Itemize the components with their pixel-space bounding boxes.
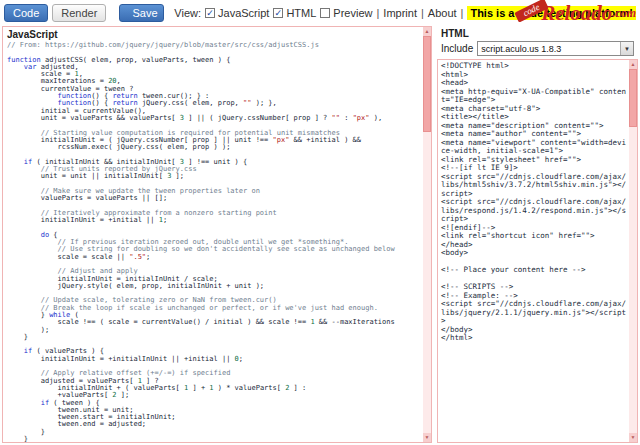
js-scrollbar[interactable]: ▲ ▼ xyxy=(423,27,431,442)
scroll-down-icon[interactable]: ▼ xyxy=(629,433,637,442)
html-panel-title: HTML xyxy=(437,26,638,40)
checkbox-javascript-label: JavaScript xyxy=(218,7,269,19)
include-row: Include script.aculo.us 1.8.3 ▼ xyxy=(437,40,638,59)
view-checkbox-javascript[interactable]: ✓ JavaScript xyxy=(205,7,269,19)
include-select[interactable]: script.aculo.us 1.8.3 ▼ xyxy=(477,41,634,56)
view-label: View: xyxy=(174,7,201,19)
render-button[interactable]: Render xyxy=(52,4,106,22)
content: JavaScript // From: https://github.com/j… xyxy=(0,26,640,445)
javascript-panel: JavaScript // From: https://github.com/j… xyxy=(2,26,432,443)
logo[interactable]: code Reloado.com xyxy=(515,0,636,26)
checkbox-html-label: HTML xyxy=(286,7,316,19)
toolbar: Code Render Save ▼ View: ✓ JavaScript ✓ … xyxy=(0,0,640,26)
checkbox-javascript-icon[interactable]: ✓ xyxy=(205,8,215,18)
about-link[interactable]: About xyxy=(428,7,457,19)
logo-name: Reloado xyxy=(541,1,612,26)
app-root: Code Render Save ▼ View: ✓ JavaScript ✓ … xyxy=(0,0,640,445)
view-checkbox-html[interactable]: ✓ HTML xyxy=(273,7,316,19)
html-scrollbar[interactable]: ▲ ▼ xyxy=(629,60,637,442)
imprint-link[interactable]: Imprint xyxy=(383,7,417,19)
separator: | xyxy=(376,7,379,19)
scroll-up-icon[interactable]: ▲ xyxy=(423,27,431,36)
select-arrow-icon: ▼ xyxy=(620,42,633,55)
html-scrollbar-thumb[interactable] xyxy=(629,69,637,127)
separator: | xyxy=(461,7,464,19)
html-panel: HTML Include script.aculo.us 1.8.3 ▼ <!D… xyxy=(437,26,638,443)
code-button[interactable]: Code xyxy=(4,4,48,22)
scroll-up-icon[interactable]: ▲ xyxy=(629,60,637,69)
include-select-value: script.aculo.us 1.8.3 xyxy=(481,44,561,54)
js-scrollbar-track[interactable] xyxy=(423,36,431,433)
html-scrollbar-track[interactable] xyxy=(629,69,637,433)
separator: | xyxy=(421,7,424,19)
js-code-editor[interactable]: // From: https://github.com/jquery/jquer… xyxy=(3,41,422,442)
save-button[interactable]: Save xyxy=(120,5,164,21)
save-split-button[interactable]: Save ▼ xyxy=(119,4,164,22)
html-code-editor[interactable]: <!DOCTYPE html><html><head><meta http-eq… xyxy=(438,60,628,442)
js-scrollbar-thumb[interactable] xyxy=(423,36,431,132)
scroll-down-icon[interactable]: ▼ xyxy=(423,433,431,442)
view-checkbox-preview[interactable]: Preview xyxy=(320,7,372,19)
checkbox-html-icon[interactable]: ✓ xyxy=(273,8,283,18)
javascript-panel-title: JavaScript xyxy=(3,27,431,41)
html-code-panel: <!DOCTYPE html><html><head><meta http-eq… xyxy=(437,59,638,443)
checkbox-preview-label: Preview xyxy=(333,7,372,19)
checkbox-preview-icon[interactable] xyxy=(320,8,330,18)
logo-tld: .com xyxy=(612,6,636,21)
include-label: Include xyxy=(441,43,473,54)
